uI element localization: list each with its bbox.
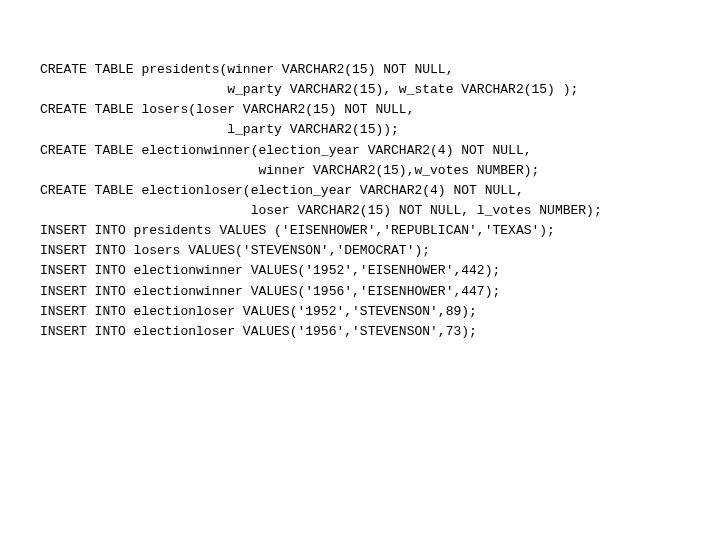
code-line: INSERT INTO presidents VALUES ('EISENHOW… — [40, 221, 720, 241]
code-line: INSERT INTO electionloser VALUES('1952',… — [40, 302, 720, 322]
code-line: INSERT INTO losers VALUES('STEVENSON','D… — [40, 241, 720, 261]
code-line: INSERT INTO electionwinner VALUES('1952'… — [40, 261, 720, 281]
code-line: winner VARCHAR2(15),w_votes NUMBER); — [40, 161, 720, 181]
code-line: INSERT INTO electionwinner VALUES('1956'… — [40, 282, 720, 302]
sql-code-block: CREATE TABLE presidents(winner VARCHAR2(… — [0, 0, 720, 342]
code-line: CREATE TABLE electionloser(election_year… — [40, 181, 720, 201]
code-line: CREATE TABLE presidents(winner VARCHAR2(… — [40, 60, 720, 80]
code-line: INSERT INTO electionloser VALUES('1956',… — [40, 322, 720, 342]
code-line: l_party VARCHAR2(15)); — [40, 120, 720, 140]
code-line: CREATE TABLE losers(loser VARCHAR2(15) N… — [40, 100, 720, 120]
code-line: loser VARCHAR2(15) NOT NULL, l_votes NUM… — [40, 201, 720, 221]
code-line: w_party VARCHAR2(15), w_state VARCHAR2(1… — [40, 80, 720, 100]
code-line: CREATE TABLE electionwinner(election_yea… — [40, 141, 720, 161]
